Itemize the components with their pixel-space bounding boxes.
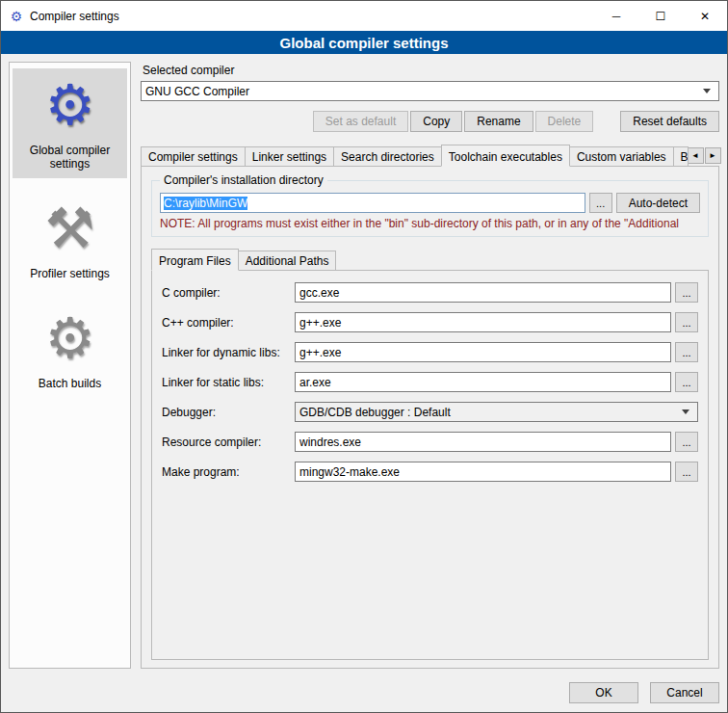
debugger-dropdown[interactable]: GDB/CDB debugger : Default	[295, 402, 698, 422]
dialog-content: ⚙ Global compiler settings ⚒ Profiler se…	[1, 54, 727, 676]
page-title: Global compiler settings	[279, 35, 448, 51]
resource-compiler-input[interactable]	[295, 432, 671, 452]
gear-icon: ⚙	[14, 74, 125, 140]
c-compiler-label: C compiler:	[162, 286, 295, 300]
make-program-label: Make program:	[162, 465, 295, 479]
settings-tabstrip: Compiler settings Linker settings Search…	[141, 144, 719, 166]
set-as-default-button[interactable]: Set as default	[313, 111, 408, 132]
selected-compiler-value: GNU GCC Compiler	[145, 85, 699, 98]
installation-directory-row: C:\raylib\MinGW ... Auto-detect	[160, 193, 700, 213]
tab-linker-settings[interactable]: Linker settings	[245, 146, 334, 166]
rename-button[interactable]: Rename	[464, 111, 533, 132]
auto-detect-button[interactable]: Auto-detect	[616, 193, 700, 213]
dynamic-linker-row: Linker for dynamic libs: ...	[162, 342, 698, 362]
cpp-compiler-input[interactable]	[295, 312, 671, 332]
tab-scroll-right-icon[interactable]: ►	[705, 147, 721, 164]
cpp-compiler-label: C++ compiler:	[162, 316, 295, 330]
tab-build-clipped[interactable]: Buil	[673, 146, 689, 166]
sidebar-item-profiler-settings[interactable]: ⚒ Profiler settings	[13, 192, 127, 288]
minimize-button[interactable]: ─	[594, 1, 638, 31]
window-title: Compiler settings	[30, 10, 119, 23]
dynamic-linker-browse-button[interactable]: ...	[675, 342, 698, 362]
program-files-panel: C compiler: ... C++ compiler: ... Linker…	[151, 270, 709, 660]
installation-directory-legend: Compiler's installation directory	[160, 173, 327, 187]
tab-scroll-controls: ◄ ►	[688, 147, 721, 166]
chevron-down-icon	[699, 82, 715, 100]
make-program-browse-button[interactable]: ...	[675, 462, 698, 482]
dialog-footer: OK Cancel	[1, 676, 727, 712]
debugger-label: Debugger:	[162, 406, 295, 419]
settings-sidebar: ⚙ Global compiler settings ⚒ Profiler se…	[9, 62, 131, 669]
cpp-compiler-browse-button[interactable]: ...	[675, 312, 698, 332]
dynamic-linker-label: Linker for dynamic libs:	[162, 346, 295, 359]
cancel-button[interactable]: Cancel	[650, 682, 719, 703]
delete-button[interactable]: Delete	[535, 111, 594, 132]
selected-compiler-label: Selected compiler	[143, 64, 719, 77]
title-bar: ⚙ Compiler settings ─ ☐ ✕	[1, 1, 727, 31]
installation-directory-groupbox: Compiler's installation directory C:\ray…	[151, 180, 709, 237]
window-controls: ─ ☐ ✕	[594, 1, 727, 31]
compiler-actions-row: Set as default Copy Rename Delete Reset …	[141, 111, 719, 132]
compiler-settings-dialog: ⚙ Compiler settings ─ ☐ ✕ Global compile…	[0, 0, 728, 713]
app-gear-icon: ⚙	[9, 9, 24, 24]
ok-button[interactable]: OK	[569, 682, 638, 703]
sidebar-item-label: Profiler settings	[14, 267, 125, 280]
gear-icon: ⚙	[14, 307, 125, 373]
selected-compiler-dropdown[interactable]: GNU GCC Compiler	[141, 81, 719, 101]
subtab-program-files[interactable]: Program Files	[151, 249, 239, 271]
copy-button[interactable]: Copy	[410, 111, 462, 132]
make-program-input[interactable]	[295, 462, 671, 482]
debugger-row: Debugger: GDB/CDB debugger : Default	[162, 402, 698, 422]
static-linker-row: Linker for static libs: ...	[162, 372, 698, 392]
resource-compiler-browse-button[interactable]: ...	[675, 432, 698, 452]
sidebar-item-label: Global compiler settings	[14, 144, 125, 171]
resource-compiler-label: Resource compiler:	[162, 436, 295, 449]
static-linker-browse-button[interactable]: ...	[675, 372, 698, 392]
tab-toolchain-executables[interactable]: Toolchain executables	[441, 145, 570, 167]
reset-defaults-button[interactable]: Reset defaults	[620, 111, 719, 132]
tab-compiler-settings[interactable]: Compiler settings	[141, 146, 246, 166]
program-files-tabstrip: Program Files Additional Paths	[151, 249, 709, 270]
note-text: NOTE: All programs must exist either in …	[160, 217, 700, 230]
c-compiler-browse-button[interactable]: ...	[675, 282, 698, 303]
sidebar-item-global-compiler-settings[interactable]: ⚙ Global compiler settings	[13, 68, 127, 178]
installation-directory-selected-text: C:\raylib\MinGW	[164, 197, 247, 210]
browse-directory-button[interactable]: ...	[589, 193, 612, 213]
debugger-value: GDB/CDB debugger : Default	[299, 406, 678, 419]
static-linker-input[interactable]	[295, 372, 671, 392]
cpp-compiler-row: C++ compiler: ...	[162, 312, 698, 332]
installation-directory-input[interactable]: C:\raylib\MinGW	[160, 193, 585, 213]
dynamic-linker-input[interactable]	[295, 342, 671, 362]
maximize-button[interactable]: ☐	[638, 1, 683, 31]
profiler-tool-icon: ⚒	[14, 198, 125, 263]
sidebar-item-label: Batch builds	[14, 377, 125, 390]
subtab-additional-paths[interactable]: Additional Paths	[238, 251, 337, 270]
tab-search-directories[interactable]: Search directories	[333, 146, 442, 166]
c-compiler-input[interactable]	[295, 282, 671, 303]
toolchain-executables-panel: Compiler's installation directory C:\ray…	[141, 166, 719, 669]
resource-compiler-row: Resource compiler: ...	[162, 432, 698, 452]
make-program-row: Make program: ...	[162, 462, 698, 482]
dialog-header: Global compiler settings	[1, 31, 727, 54]
c-compiler-row: C compiler: ...	[162, 282, 698, 303]
close-button[interactable]: ✕	[683, 1, 727, 31]
chevron-down-icon	[678, 403, 693, 421]
tab-custom-variables[interactable]: Custom variables	[569, 146, 674, 166]
sidebar-item-batch-builds[interactable]: ⚙ Batch builds	[13, 302, 127, 398]
tab-scroll-left-icon[interactable]: ◄	[688, 147, 704, 164]
static-linker-label: Linker for static libs:	[162, 376, 295, 389]
main-panel: Selected compiler GNU GCC Compiler Set a…	[141, 62, 719, 669]
